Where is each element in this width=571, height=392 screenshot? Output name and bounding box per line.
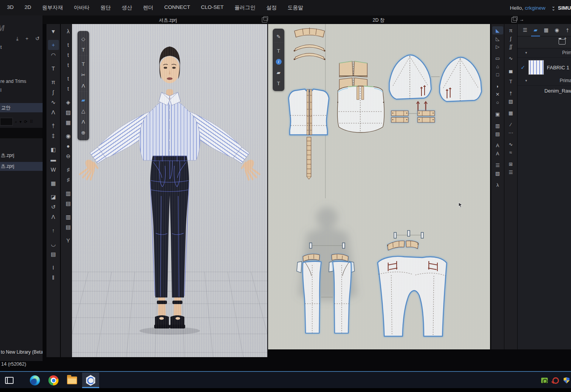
view-render-mode[interactable]: ◇ [79, 34, 88, 43]
pattern-avatar[interactable]: λ [492, 181, 503, 189]
library-item-hardware-trims[interactable]: re and Trims [0, 79, 26, 84]
pattern-back-bodice[interactable] [337, 86, 384, 132]
avatar[interactable] [80, 46, 260, 328]
free-sewing-2d[interactable]: ∫ [506, 34, 516, 43]
edit-curvature[interactable]: ▷ [492, 43, 503, 51]
select-move[interactable]: + [48, 40, 59, 50]
pattern-collar-pieces[interactable] [294, 45, 325, 60]
undo-icon[interactable]: ↺ [35, 36, 40, 42]
fabric-tab[interactable]: ▰ [532, 26, 539, 34]
select-garment[interactable]: T [48, 64, 59, 74]
menu-item-2d[interactable]: 2D [19, 4, 36, 11]
pattern-sleeve-right[interactable] [440, 57, 482, 101]
add-dart[interactable]: ◗ [492, 82, 503, 90]
pattern-front-bodice[interactable] [289, 89, 329, 135]
texture-checker-2d[interactable]: ▦ [506, 109, 516, 117]
press[interactable]: ▬ [48, 155, 59, 165]
pleat-fold[interactable]: ⊞ [506, 160, 516, 168]
menu-item-생산[interactable]: 생산 [116, 4, 138, 11]
filter-input[interactable] [0, 128, 43, 138]
simulate[interactable]: ▼ [48, 26, 59, 36]
new-library-link[interactable]: to New Library (Beta) [1, 349, 43, 355]
avatar-skin-view[interactable]: Λ [79, 117, 88, 126]
menu-item-3d[interactable]: 3D [0, 4, 19, 11]
select-garment-2d[interactable]: T [506, 77, 516, 86]
show-fabric-2d[interactable]: ▰ [274, 68, 283, 77]
garment-measure-2[interactable]: ‖ [48, 273, 59, 283]
fabric-fit-view[interactable]: △ [79, 107, 88, 115]
search-input[interactable] [0, 118, 13, 126]
avatar-arrange[interactable]: Λ [48, 212, 59, 222]
panel-collapse-arrow-icon[interactable]: → [519, 17, 524, 22]
detach-3d-window-icon[interactable] [262, 17, 267, 22]
show-garment[interactable]: T [79, 60, 88, 68]
show-avatar[interactable]: Λ [79, 81, 88, 90]
pattern-collar-band[interactable] [294, 28, 325, 37]
transform-pattern[interactable]: ◣ [492, 26, 503, 34]
pattern-placket-strip[interactable] [307, 137, 311, 179]
pattern-back-waistbands[interactable] [387, 241, 419, 250]
pen-curve-tool[interactable]: ✎ [274, 32, 283, 41]
detach-2d-window-icon[interactable] [511, 17, 517, 22]
viewport-2d[interactable]: ✎Ti▰T [268, 24, 490, 349]
library-item-fragment-3[interactable]: l [0, 88, 2, 93]
add-polygon[interactable]: ⌂ [492, 62, 503, 70]
simulate-button[interactable]: ⌄⌄ SIMU [552, 0, 571, 15]
refresh-icon[interactable]: ⟳ [24, 119, 28, 124]
pleats[interactable]: ☰ [492, 161, 503, 169]
pattern-back-belt-loops[interactable] [394, 230, 423, 238]
pin[interactable]: † [48, 121, 59, 131]
show-3d-pattern[interactable]: ▣ [492, 110, 503, 118]
download-icon[interactable]: ⤓ [16, 36, 19, 42]
elastic[interactable]: ∿ [506, 140, 516, 148]
add-rectangle[interactable]: ▭ [492, 54, 503, 62]
iron-press[interactable]: ▄ [506, 66, 516, 74]
chrome-browser-button[interactable] [45, 373, 62, 388]
fabric-strain-view[interactable]: ▰ [79, 96, 88, 104]
pattern-sleeve-plackets[interactable] [416, 101, 427, 111]
trace-pattern[interactable]: □ [492, 70, 503, 79]
garment-measure[interactable]: I [48, 263, 59, 273]
free-sewing[interactable]: ∫ [48, 87, 59, 97]
shirring[interactable]: ≈ [506, 148, 516, 156]
menu-item-플러그인[interactable]: 플러그인 [229, 4, 261, 11]
fabric-section-header[interactable]: ▾ Prim [518, 48, 571, 58]
grid-view-icon[interactable]: ⠿ [30, 119, 33, 124]
task-view-button[interactable] [1, 373, 18, 388]
defender-tray-icon[interactable] [564, 377, 569, 383]
refold[interactable]: ↺ [48, 202, 59, 212]
material-row-denim-raw[interactable]: Denim_Raw [518, 85, 571, 96]
library-item-fragment-1[interactable]: t [0, 45, 2, 50]
show-trims[interactable]: ✂ [79, 70, 88, 79]
style-jacket[interactable]: W [48, 165, 59, 175]
tape-measure[interactable]: ▤ [48, 249, 59, 259]
edit-sewing[interactable]: ∿ [48, 97, 59, 107]
trims-tab[interactable]: ▦ [543, 26, 550, 34]
seam-allowance[interactable]: ▥ [492, 122, 503, 130]
show-environment-map[interactable]: ⊕ [79, 128, 88, 137]
add-shape[interactable]: ○ [492, 98, 503, 107]
fold-arrangement[interactable]: ◧ [48, 144, 59, 155]
menu-item-도움말[interactable]: 도움말 [282, 4, 309, 11]
pattern-front-leg-right[interactable] [333, 261, 351, 333]
menu-item-아바타[interactable]: 아바타 [69, 4, 95, 11]
measure-curve[interactable]: ◡ [48, 239, 59, 249]
library-item-selected[interactable]: 교안 [0, 103, 43, 112]
menu-item-원단[interactable]: 원단 [95, 4, 116, 11]
clo-app-button[interactable] [82, 373, 99, 388]
layer-stack[interactable]: ☰ [506, 168, 516, 176]
file-item-shirt-zprj-selected[interactable]: 츠.zprj [0, 162, 43, 171]
menu-item-clo-set[interactable]: CLO-SET [196, 4, 229, 11]
scene-list-tab[interactable]: ☰ [521, 26, 528, 34]
pattern-front-leg-left[interactable] [303, 261, 321, 333]
arrange-pieces[interactable]: ▦ [48, 178, 59, 188]
pin-2d[interactable]: † [506, 89, 516, 97]
edit-sewing-2d[interactable]: ∿ [506, 54, 516, 62]
texture-2d[interactable]: ▨ [506, 97, 516, 105]
style-transfer[interactable]: ↑ [48, 225, 59, 236]
pins-tab[interactable]: † [564, 26, 571, 34]
menu-item-connect[interactable]: CONNECT [159, 4, 196, 11]
segment-sewing[interactable]: π [48, 77, 59, 87]
nvidia-tray-icon[interactable] [541, 378, 548, 383]
search-icon[interactable]: ⌕ [15, 119, 17, 124]
